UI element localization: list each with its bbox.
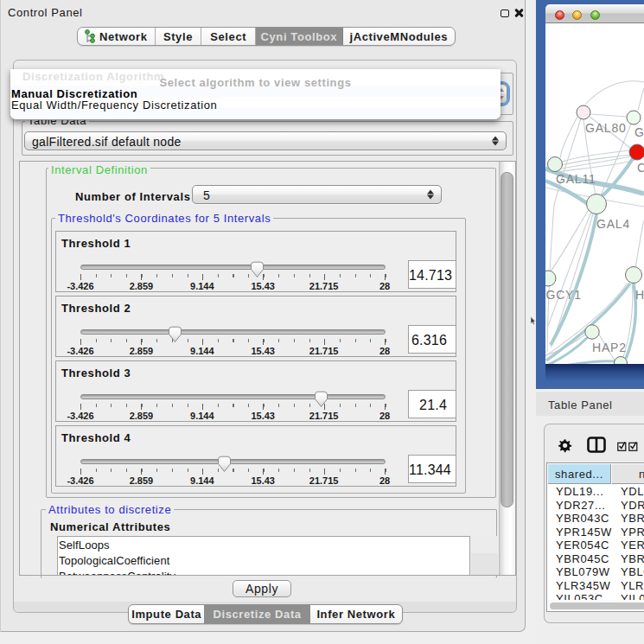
svg-text:C: C [637, 161, 644, 175]
svg-text:GAL11: GAL11 [556, 172, 596, 186]
svg-text:GAL80: GAL80 [585, 121, 627, 135]
svg-text:GA: GA [634, 125, 644, 139]
svg-text:H: H [635, 288, 644, 302]
svg-text:GAL4: GAL4 [596, 217, 630, 231]
svg-text:GCY1: GCY1 [546, 288, 582, 302]
svg-text:HAP2: HAP2 [592, 341, 627, 354]
